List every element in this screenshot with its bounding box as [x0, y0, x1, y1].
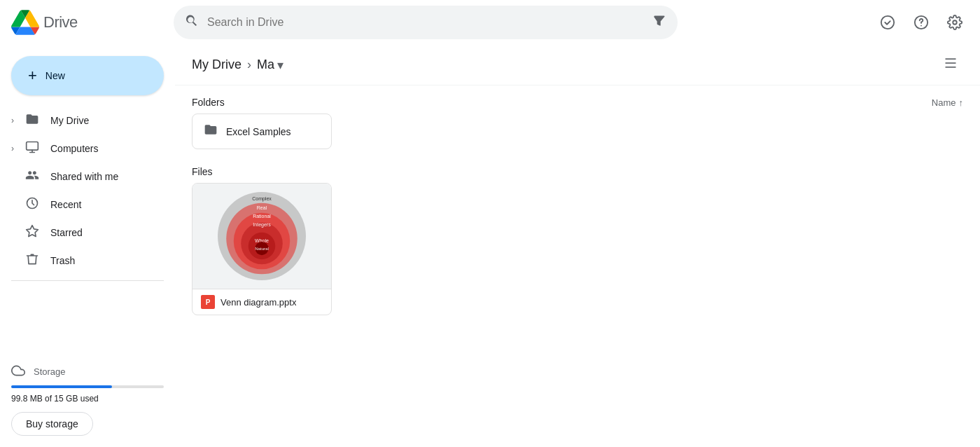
folders-section-header: Folders Name ↑ [175, 85, 980, 114]
drive-logo-icon [11, 8, 39, 36]
svg-text:Real: Real [257, 205, 267, 210]
svg-point-2 [920, 25, 922, 27]
sort-button[interactable]: Name ↑ [932, 97, 963, 108]
plus-icon: + [28, 67, 37, 85]
folder-icon [204, 123, 218, 140]
recent-icon [25, 196, 39, 214]
trash-icon [25, 252, 39, 270]
new-button[interactable]: + New [11, 56, 164, 95]
expand-icon-computers: › [11, 144, 14, 153]
folders-grid: Excel Samples [175, 114, 980, 160]
svg-rect-6 [946, 62, 956, 64]
storage-label-row: Storage [11, 364, 164, 380]
expand-icon: › [11, 116, 14, 125]
topbar-right [874, 8, 969, 36]
sidebar-item-label-trash: Trash [50, 255, 75, 266]
svg-text:Rational: Rational [253, 214, 271, 219]
file-preview: Complex Real Rational Integers Whole [192, 184, 331, 289]
sidebar-item-trash[interactable]: Trash [0, 247, 164, 275]
starred-icon [25, 224, 39, 242]
view-toggle-button[interactable] [938, 53, 963, 76]
sort-arrow-icon: ↑ [959, 97, 964, 108]
file-name: Venn diagram.pptx [220, 297, 296, 308]
svg-text:Complex: Complex [252, 196, 272, 202]
svg-point-0 [881, 16, 894, 29]
svg-rect-3 [27, 142, 38, 150]
storage-section: Storage 99.8 MB of 15 GB used Buy storag… [0, 358, 175, 441]
breadcrumb-dropdown-icon[interactable]: ▾ [277, 57, 284, 73]
settings-button[interactable] [941, 8, 969, 36]
files-label: Files [192, 166, 213, 177]
file-footer: P Venn diagram.pptx [192, 289, 331, 315]
help-button[interactable] [907, 8, 935, 36]
search-filter-icon[interactable] [652, 14, 666, 32]
new-button-label: New [46, 70, 65, 81]
topbar: Drive [0, 0, 980, 45]
sidebar-item-label-shared: Shared with me [50, 171, 118, 182]
search-icon [185, 14, 199, 32]
storage-usage-text: 99.8 MB of 15 GB used [11, 394, 164, 404]
content-area: My Drive › Ma ▾ Folders Name ↑ [175, 45, 980, 447]
sidebar-item-label-starred: Starred [50, 227, 83, 238]
svg-text:Integers: Integers [253, 222, 271, 228]
sidebar-item-label-my-drive: My Drive [50, 115, 89, 126]
folders-label: Folders [192, 97, 225, 108]
file-type-icon: P [201, 295, 215, 309]
breadcrumb-separator: › [247, 57, 251, 72]
app-title: Drive [43, 13, 78, 32]
sidebar-item-my-drive[interactable]: › My Drive [0, 106, 164, 135]
computers-icon [25, 140, 39, 158]
storage-text-label: Storage [34, 366, 66, 377]
file-card[interactable]: Complex Real Rational Integers Whole [192, 183, 332, 315]
buy-storage-button[interactable]: Buy storage [11, 412, 93, 436]
svg-rect-7 [946, 67, 956, 68]
sort-label: Name [932, 97, 956, 108]
breadcrumb-current: Ma ▾ [257, 57, 284, 73]
sidebar: + New › My Drive › Computers [0, 45, 175, 447]
sidebar-item-starred[interactable]: Starred [0, 219, 164, 247]
storage-cloud-icon [11, 364, 25, 380]
svg-text:Natural: Natural [255, 246, 269, 251]
account-check-button[interactable] [874, 8, 902, 36]
svg-rect-5 [946, 58, 956, 60]
search-input[interactable] [207, 16, 644, 29]
files-section-header: Files [175, 160, 980, 183]
folder-card[interactable]: Excel Samples [192, 114, 332, 149]
sidebar-item-shared[interactable]: Shared with me [0, 163, 164, 191]
sidebar-item-label-computers: Computers [50, 143, 98, 154]
sidebar-item-computers[interactable]: › Computers [0, 135, 164, 163]
logo-area: Drive [11, 8, 165, 36]
breadcrumb-root[interactable]: My Drive [192, 57, 241, 72]
main-layout: + New › My Drive › Computers [0, 45, 980, 447]
content-header: My Drive › Ma ▾ [175, 45, 980, 85]
search-bar[interactable] [174, 6, 678, 39]
sidebar-item-label-recent: Recent [50, 199, 81, 210]
folder-name: Excel Samples [226, 126, 291, 137]
files-grid: Complex Real Rational Integers Whole [175, 183, 980, 326]
sidebar-divider [11, 280, 164, 281]
shared-icon [25, 168, 39, 186]
storage-bar-fill [11, 385, 112, 388]
breadcrumb-current-label: Ma [257, 57, 274, 72]
storage-bar-background [11, 385, 164, 388]
sidebar-item-recent[interactable]: Recent [0, 191, 164, 219]
venn-diagram-preview: Complex Real Rational Integers Whole [213, 187, 311, 285]
my-drive-icon [25, 112, 39, 130]
